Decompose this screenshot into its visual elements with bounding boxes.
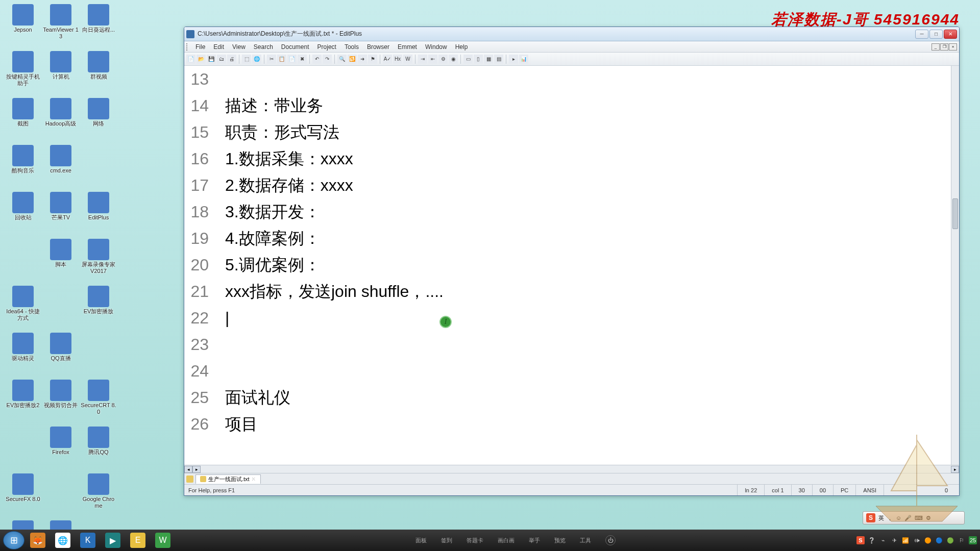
tab-close-icon[interactable]: ⛌ xyxy=(252,477,256,482)
task-editplus[interactable]: E xyxy=(126,531,150,549)
code-line[interactable] xyxy=(225,331,959,358)
code-line[interactable] xyxy=(225,66,959,92)
editor-area[interactable]: 1314151617181920212223242526 描述：带业务职责：形式… xyxy=(184,66,959,465)
browser-icon[interactable]: 🌐 xyxy=(252,55,261,64)
desktop-icon[interactable]: 按键精灵手机助手 xyxy=(4,51,42,96)
desktop-icon[interactable]: TeamViewer 13 xyxy=(42,4,80,49)
desktop-icon[interactable]: 腾讯QQ xyxy=(80,427,117,471)
find-icon[interactable]: 🔍 xyxy=(337,55,347,64)
desktop-icon[interactable]: EV加密播放 xyxy=(80,286,117,331)
maximize-button[interactable]: □ xyxy=(929,30,943,39)
redo-icon[interactable]: ↷ xyxy=(323,55,332,64)
mid-item[interactable]: 工具 xyxy=(580,537,591,544)
replace-icon[interactable]: 🔁 xyxy=(348,55,357,64)
minimize-button[interactable]: ─ xyxy=(915,30,928,39)
code-line[interactable]: xxx指标，发送join shuffle，.... xyxy=(225,278,959,305)
scrollbar-thumb[interactable] xyxy=(952,198,958,229)
desktop-icon[interactable]: 视频剪切合并 xyxy=(42,380,80,424)
desktop-icon[interactable]: 截图 xyxy=(4,98,42,143)
tray-sogou-icon[interactable]: S xyxy=(856,536,865,544)
ime-mic-icon[interactable]: 🎤 xyxy=(904,515,912,521)
desktop-icon[interactable]: SecureFX 8.0 xyxy=(4,473,42,518)
menu-tools[interactable]: Tools xyxy=(340,42,363,52)
desktop-icon[interactable]: 驱动精灵 xyxy=(4,333,42,378)
menu-help[interactable]: Help xyxy=(451,42,472,52)
task-firefox[interactable]: 🦊 xyxy=(26,531,50,549)
tray-icon[interactable]: 🕪 xyxy=(913,536,921,544)
mid-item[interactable]: 举手 xyxy=(529,537,540,544)
marker-icon[interactable]: ⚑ xyxy=(368,55,377,64)
code-line[interactable]: 描述：带业务 xyxy=(225,92,959,119)
code-line[interactable]: 面试礼仪 xyxy=(225,384,959,411)
desktop-icon[interactable]: 向日葵远程... xyxy=(80,4,117,49)
tool2-icon[interactable]: 📊 xyxy=(519,55,528,64)
delete-icon[interactable]: ✖ xyxy=(298,55,307,64)
tray-icon[interactable]: 🟢 xyxy=(946,536,954,544)
code-line[interactable]: 职责：形式写法 xyxy=(225,119,959,145)
ime-settings-icon[interactable]: ⚙ xyxy=(926,515,931,521)
tray-icon[interactable]: ✈ xyxy=(890,536,898,544)
code-line[interactable]: 4.故障案例： xyxy=(225,225,959,252)
mid-item[interactable]: 签到 xyxy=(441,537,452,544)
file-tab[interactable]: 生产一线面试.txt ⛌ xyxy=(195,474,261,484)
menu-document[interactable]: Document xyxy=(277,42,313,52)
desktop-icon[interactable]: 芒果TV xyxy=(42,192,80,237)
code-line[interactable]: 2.数据存储：xxxx xyxy=(225,172,959,198)
preview-icon[interactable]: ◉ xyxy=(449,55,458,64)
tray-icon[interactable]: ❔ xyxy=(868,536,876,544)
save-all-icon[interactable]: 🗂 xyxy=(217,55,226,64)
mdi-minimize-button[interactable]: _ xyxy=(932,43,940,51)
code-line[interactable] xyxy=(225,358,959,384)
desktop-icon[interactable]: 群视频 xyxy=(80,51,117,96)
paste-icon[interactable]: 📄 xyxy=(287,55,297,64)
horizontal-scrollbar[interactable]: ◂ ▸ ▸ xyxy=(184,465,959,473)
desktop-icon[interactable]: EV加密播放2 xyxy=(4,380,42,424)
mid-item[interactable]: 答题卡 xyxy=(467,537,483,544)
close-button[interactable]: ✕ xyxy=(944,30,957,39)
desktop-icon[interactable]: SecureCRT 8.0 xyxy=(80,380,117,424)
desktop-icon[interactable] xyxy=(80,145,117,190)
wrap-icon[interactable]: W xyxy=(403,55,412,64)
folder-icon[interactable] xyxy=(186,475,193,483)
mid-item[interactable]: 面板 xyxy=(415,537,427,544)
panel3-icon[interactable]: ▦ xyxy=(484,55,493,64)
tray-time[interactable]: 25 xyxy=(969,536,977,544)
desktop-icon[interactable]: 回收站 xyxy=(4,192,42,237)
save-icon[interactable]: 💾 xyxy=(207,55,216,64)
desktop-icon[interactable]: Google Chrome xyxy=(80,473,117,518)
menu-view[interactable]: View xyxy=(228,42,250,52)
desktop-icon[interactable] xyxy=(42,286,80,331)
scroll-left-icon[interactable]: ◂ xyxy=(184,466,192,473)
tray-icon[interactable]: 🟠 xyxy=(924,536,932,544)
undo-icon[interactable]: ↶ xyxy=(312,55,322,64)
desktop-icon[interactable]: Idea64 - 快捷方式 xyxy=(4,286,42,331)
new-file-icon[interactable]: 📄 xyxy=(186,55,195,64)
desktop-icon[interactable] xyxy=(4,239,42,284)
vertical-scrollbar[interactable] xyxy=(951,66,959,465)
menu-search[interactable]: Search xyxy=(250,42,277,52)
open-file-icon[interactable]: 📂 xyxy=(197,55,206,64)
desktop-icon[interactable]: 脚本 xyxy=(42,239,80,284)
panel1-icon[interactable]: ▭ xyxy=(463,55,473,64)
code-line[interactable]: 项目 xyxy=(225,411,959,437)
desktop-icon[interactable]: cmd.exe xyxy=(42,145,80,190)
tray-flag-icon[interactable]: ⚐ xyxy=(958,536,966,544)
panel4-icon[interactable]: ▤ xyxy=(494,55,503,64)
code-line[interactable]: 1.数据采集：xxxx xyxy=(225,145,959,172)
ime-lang[interactable]: 英 xyxy=(878,514,884,522)
desktop-icon[interactable]: 酷狗音乐 xyxy=(4,145,42,190)
desktop-icon[interactable] xyxy=(80,333,117,378)
start-button[interactable]: ⊞ xyxy=(3,531,24,549)
code-line[interactable]: 5.调优案例： xyxy=(225,252,959,278)
power-icon[interactable]: ⏻ xyxy=(605,535,616,545)
desktop-icon[interactable]: Hadoop高级 xyxy=(42,98,80,143)
desktop-icon[interactable]: Firefox xyxy=(42,427,80,471)
desktop-icon[interactable]: 屏幕录像专家 V2017 xyxy=(80,239,117,284)
goto-icon[interactable]: ➜ xyxy=(358,55,367,64)
mdi-close-button[interactable]: × xyxy=(949,43,957,51)
task-wps[interactable]: W xyxy=(151,531,175,549)
scroll-end-icon[interactable]: ▸ xyxy=(951,466,959,473)
ime-keyboard-icon[interactable]: ⌨ xyxy=(915,515,923,521)
grip-icon[interactable] xyxy=(186,43,189,51)
desktop-icon[interactable]: 计算机 xyxy=(42,51,80,96)
